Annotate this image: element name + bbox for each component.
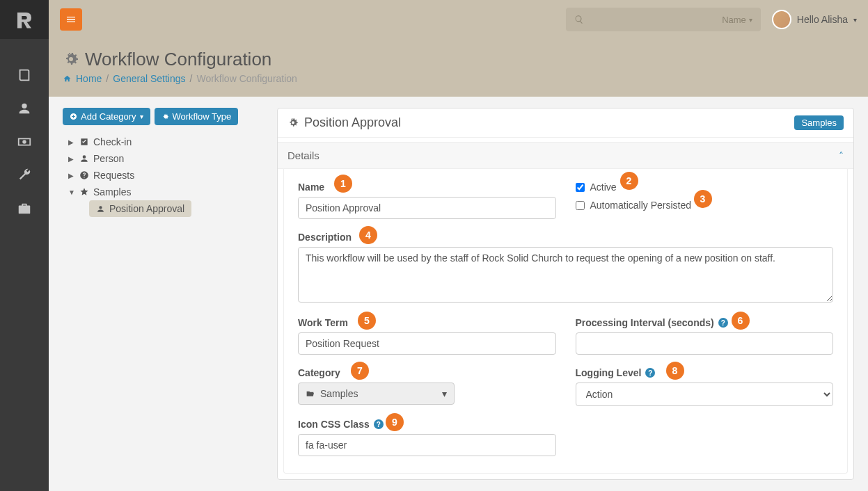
chevron-down-icon: ▾ <box>442 388 447 399</box>
tree-leaf-position-approval[interactable]: Position Approval <box>89 200 191 217</box>
nav-briefcase-icon[interactable] <box>0 192 49 225</box>
tree-item-samples[interactable]: ▼ Samples <box>68 184 263 200</box>
callout-3: 3 <box>694 190 712 208</box>
nav-money-icon[interactable] <box>0 125 49 159</box>
callout-8: 8 <box>666 362 684 380</box>
tree-item-person[interactable]: ▶ Person <box>68 150 263 167</box>
nav-book-icon[interactable] <box>0 58 49 92</box>
add-category-button[interactable]: Add Category ▾ <box>63 108 150 125</box>
breadcrumb-home[interactable]: Home <box>76 73 102 84</box>
breadcrumb-current: Workflow Configuration <box>196 73 297 84</box>
category-select[interactable]: Samples ▾ <box>298 383 455 405</box>
processing-interval-label: Processing Interval (seconds)? <box>576 317 834 328</box>
avatar <box>772 10 791 29</box>
tree-item-requests[interactable]: ▶ Requests <box>68 167 263 184</box>
icon-css-class-input[interactable] <box>298 434 556 456</box>
work-term-input[interactable] <box>298 332 556 355</box>
help-icon[interactable]: ? <box>374 419 384 429</box>
folder-open-icon <box>306 389 315 399</box>
callout-1: 1 <box>334 175 352 193</box>
active-label: Active <box>590 182 617 193</box>
chevron-right-icon: ▶ <box>68 155 75 163</box>
chevron-right-icon: ▶ <box>68 138 75 146</box>
star-icon <box>79 187 89 197</box>
active-checkbox[interactable] <box>576 183 585 192</box>
details-section-header[interactable]: Details ˄ <box>278 142 853 169</box>
check-square-icon <box>79 137 89 147</box>
plus-circle-icon <box>70 113 77 120</box>
sidebar <box>0 0 49 491</box>
user-greeting: Hello Alisha <box>797 14 848 25</box>
panel-title: Position Approval <box>304 115 794 130</box>
chevron-down-icon: ▾ <box>853 16 857 24</box>
details-panel: Position Approval Samples Details ˄ 1 N <box>277 108 854 480</box>
callout-7: 7 <box>351 362 369 380</box>
breadcrumb: Home / General Settings / Workflow Confi… <box>63 73 854 84</box>
menu-toggle-button[interactable] <box>60 8 82 31</box>
gears-icon <box>63 51 79 68</box>
topbar: Name▾ Hello Alisha ▾ <box>49 0 868 39</box>
icon-css-class-label: Icon CSS Class? <box>298 419 556 430</box>
callout-6: 6 <box>732 312 750 330</box>
help-icon[interactable]: ? <box>645 368 655 378</box>
chevron-right-icon: ▶ <box>68 172 75 179</box>
user-menu[interactable]: Hello Alisha ▾ <box>772 10 857 29</box>
home-icon <box>63 74 72 83</box>
page-title: Workflow Configuration <box>85 49 271 70</box>
search-scope-dropdown[interactable]: Name▾ <box>722 15 752 25</box>
callout-5: 5 <box>358 312 376 330</box>
category-tree: ▶ Check-in ▶ Person ▶ Requests <box>63 134 263 217</box>
breadcrumb-settings[interactable]: General Settings <box>113 73 185 84</box>
chevron-up-icon[interactable]: ˄ <box>839 150 844 161</box>
work-term-label: Work Term <box>298 317 556 328</box>
gear-icon <box>161 113 169 120</box>
search-box[interactable]: Name▾ <box>566 8 761 31</box>
question-circle-icon <box>79 170 89 180</box>
person-icon <box>96 204 105 214</box>
processing-interval-input[interactable] <box>576 332 834 355</box>
tree-item-checkin[interactable]: ▶ Check-in <box>68 134 263 150</box>
help-icon[interactable]: ? <box>718 318 728 328</box>
logo[interactable] <box>0 0 49 39</box>
search-icon <box>574 15 584 24</box>
callout-4: 4 <box>359 226 377 244</box>
samples-badge[interactable]: Samples <box>794 115 844 130</box>
gears-icon <box>287 118 299 129</box>
workflow-type-button[interactable]: Workflow Type <box>155 108 239 125</box>
nav-person-icon[interactable] <box>0 92 49 125</box>
person-icon <box>79 154 89 163</box>
nav-wrench-icon[interactable] <box>0 159 49 192</box>
chevron-down-icon: ▼ <box>68 188 75 196</box>
logging-level-select[interactable]: Action <box>576 383 834 406</box>
auto-persist-label: Automatically Persisted <box>590 200 692 211</box>
auto-persist-checkbox[interactable] <box>576 201 585 210</box>
callout-9: 9 <box>386 413 404 431</box>
description-input[interactable]: This workflow will be used by the staff … <box>298 247 833 303</box>
category-label: Category <box>298 367 556 378</box>
description-label: Description <box>298 232 833 243</box>
callout-2: 2 <box>620 172 638 190</box>
logging-level-label: Logging Level? <box>576 367 834 378</box>
name-input[interactable] <box>298 197 556 219</box>
page-header: Workflow Configuration Home / General Se… <box>49 39 868 97</box>
chevron-down-icon: ▾ <box>140 113 143 120</box>
